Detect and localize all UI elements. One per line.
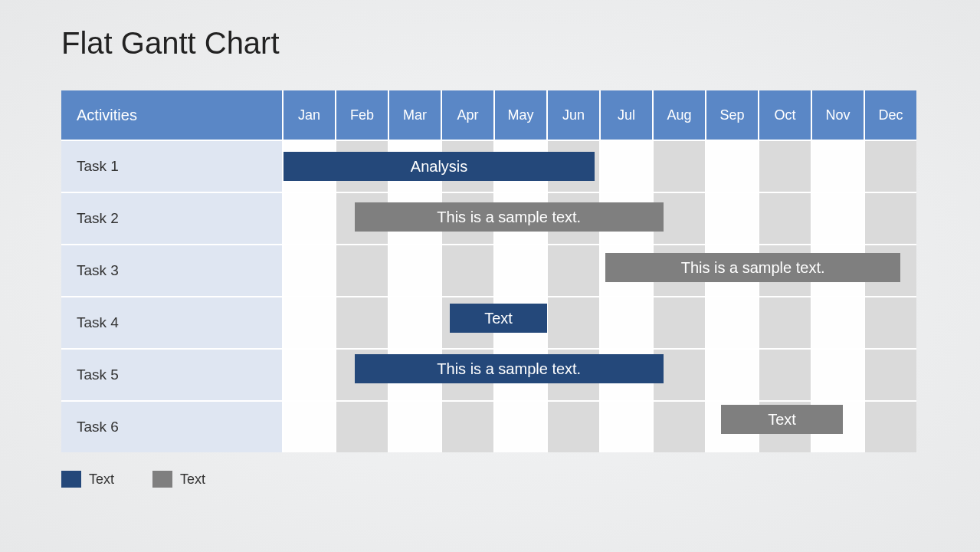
grid-cell: [495, 245, 548, 296]
gantt-bar[interactable]: This is a sample text.: [355, 354, 664, 383]
grid-cell: [706, 350, 759, 400]
grid-cell: [601, 297, 654, 348]
grid-cell: [654, 402, 706, 452]
header-month: Aug: [654, 90, 706, 140]
task-label: Task 2: [61, 193, 284, 244]
task-label: Task 6: [61, 402, 284, 452]
header-activities: Activities: [61, 90, 284, 140]
grid-cell: [389, 402, 442, 452]
grid-cell: [336, 245, 389, 296]
header-month: Jan: [284, 90, 336, 140]
grid-cell: [284, 297, 336, 348]
grid-cell: [759, 350, 812, 400]
grid-cell: [389, 297, 442, 348]
chart-title: Flat Gantt Chart: [61, 26, 280, 61]
grid-cell: [442, 245, 495, 296]
grid-cell: [759, 297, 812, 348]
gantt-bar[interactable]: This is a sample text.: [355, 202, 664, 232]
task-label: Task 3: [61, 245, 284, 296]
header-month: Apr: [442, 90, 495, 140]
header-month: Mar: [389, 90, 442, 140]
grid-cell: [706, 193, 759, 244]
task-label: Task 4: [61, 297, 284, 348]
grid-cell: [654, 297, 706, 348]
legend-label: Text: [89, 472, 114, 488]
legend-swatch: [61, 471, 81, 488]
grid-cell: [865, 193, 916, 244]
grid-cell: [336, 402, 389, 452]
header-month: May: [495, 90, 548, 140]
grid-cell: [865, 402, 916, 452]
header-month: Sep: [706, 90, 759, 140]
grid-cell: [812, 297, 865, 348]
header-month: Jul: [601, 90, 654, 140]
task-label: Task 5: [61, 350, 284, 400]
grid-cell: [548, 402, 601, 452]
grid-cell: [284, 350, 336, 400]
task-label: Task 1: [61, 141, 284, 192]
grid-cell: [812, 141, 865, 192]
grid-cell: [654, 141, 706, 192]
grid-cell: [548, 297, 601, 348]
grid-cell: [759, 141, 812, 192]
legend-swatch: [152, 471, 172, 488]
grid-cell: [706, 297, 759, 348]
legend-label: Text: [180, 472, 205, 488]
grid-cell: [389, 245, 442, 296]
header-month: Feb: [336, 90, 389, 140]
header-month: Nov: [812, 90, 865, 140]
grid-cell: [284, 245, 336, 296]
gantt-bar[interactable]: Analysis: [284, 152, 595, 181]
grid-cell: [812, 350, 865, 400]
grid-cell: [284, 402, 336, 452]
header-month: Jun: [548, 90, 601, 140]
grid-cell: [812, 193, 865, 244]
grid-cell: [601, 141, 654, 192]
grid-cell: [442, 402, 495, 452]
grid-cell: [865, 297, 916, 348]
legend-item: Text: [61, 471, 114, 488]
grid-cell: [336, 297, 389, 348]
header-row: Activities Jan Feb Mar Apr May Jun Jul A…: [61, 90, 916, 140]
grid-cell: [865, 141, 916, 192]
grid-cell: [601, 402, 654, 452]
gantt-bar[interactable]: Text: [450, 304, 547, 333]
grid-cell: [759, 193, 812, 244]
grid-cell: [284, 193, 336, 244]
legend-item: Text: [152, 471, 205, 488]
grid-cell: [706, 141, 759, 192]
legend: TextText: [61, 471, 205, 488]
grid-cell: [865, 350, 916, 400]
chart-body: Task 1Task 2Task 3Task 4Task 5Task 6Anal…: [61, 140, 916, 452]
grid-cell: [495, 402, 548, 452]
grid-cell: [548, 245, 601, 296]
gantt-chart: Activities Jan Feb Mar Apr May Jun Jul A…: [61, 90, 916, 452]
header-month: Oct: [759, 90, 812, 140]
header-month: Dec: [865, 90, 916, 140]
gantt-bar[interactable]: This is a sample text.: [605, 253, 900, 282]
gantt-bar[interactable]: Text: [721, 405, 842, 434]
